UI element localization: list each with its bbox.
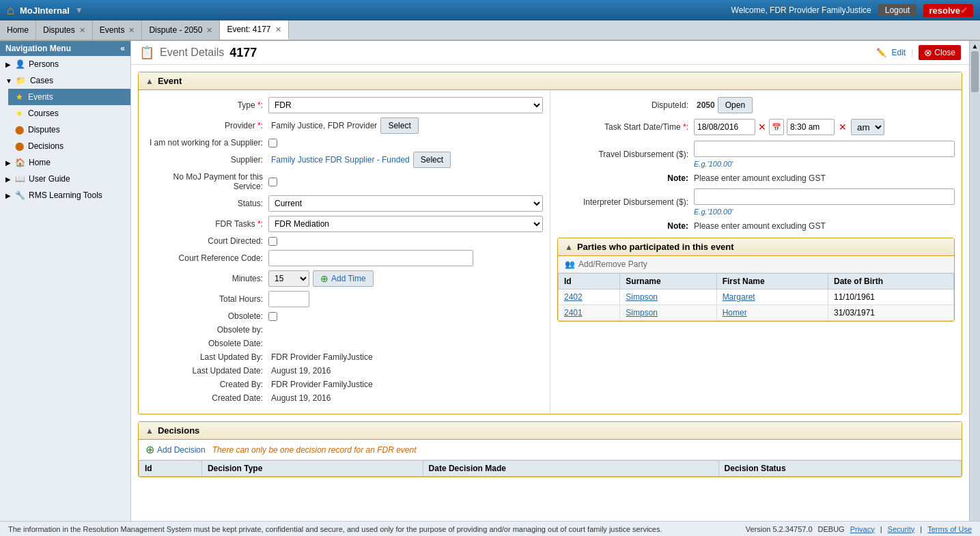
last-updated-by-value: FDR Provider FamilyJustice — [268, 352, 373, 362]
decisions-collapse-triangle[interactable]: ▲ — [145, 426, 154, 436]
task-start-time-input[interactable] — [787, 119, 835, 135]
provider-label: Provider *: — [145, 121, 268, 130]
sidebar-home-label: Home — [29, 158, 51, 167]
sidebar-item-decisions[interactable]: ⬤ Decisions — [8, 138, 130, 154]
close-button[interactable]: ⊗ Close — [919, 45, 961, 60]
status-select[interactable]: Current — [268, 195, 543, 212]
sidebar-item-disputes[interactable]: ⬤ Disputes — [8, 122, 130, 138]
open-button[interactable]: Open — [718, 97, 753, 113]
sidebar-item-cases[interactable]: ▼ 📁 Cases — [0, 72, 130, 89]
court-ref-input[interactable] — [268, 250, 473, 266]
sidebar-item-rms-tools[interactable]: ▶ 🔧 RMS Learning Tools — [0, 187, 130, 203]
add-decision-button[interactable]: ⊕ Add Decision — [145, 443, 206, 456]
dispute-id-control: 2050 Open — [694, 97, 955, 113]
provider-value: Family Justice, FDR Provider — [268, 121, 377, 130]
tab-events-close[interactable]: ✕ — [128, 27, 135, 34]
footer-security[interactable]: Security — [888, 525, 915, 533]
party-id: 2401 — [559, 305, 620, 321]
tab-dispute-close[interactable]: ✕ — [206, 27, 212, 34]
obsolete-by-label: Obsolete by: — [145, 325, 268, 335]
party-surname: Simpson — [620, 305, 716, 321]
fdr-tasks-select-wrapper: FDR Mediation — [268, 216, 543, 232]
home-triangle[interactable]: ▶ — [5, 159, 11, 167]
home-icon: 🏠 — [14, 157, 25, 168]
sidebar-item-home[interactable]: ▶ 🏠 Home — [0, 154, 130, 171]
table-row: 2402 Simpson Margaret 11/10/1961 — [559, 290, 954, 305]
sidebar-item-courses[interactable]: ★ Courses — [8, 105, 130, 122]
minutes-select[interactable]: 15 30 45 — [268, 270, 309, 287]
cases-triangle[interactable]: ▼ — [5, 77, 12, 85]
tab-disputes-label: Disputes — [43, 25, 75, 35]
footer-terms[interactable]: Terms of Use — [927, 525, 972, 533]
tools-triangle[interactable]: ▶ — [5, 192, 11, 199]
tab-disputes-close[interactable]: ✕ — [79, 27, 85, 34]
travel-hint: E.g.'100.00' — [694, 160, 733, 168]
interpreter-control: E.g.'100.00' — [694, 188, 955, 216]
event-icon: 📋 — [139, 45, 154, 60]
created-date-control: August 19, 2016 — [268, 393, 543, 403]
scroll-up-arrow[interactable]: ▲ — [970, 41, 980, 51]
task-start-date-input[interactable] — [694, 119, 755, 135]
footer-spacer — [131, 484, 969, 505]
tab-home[interactable]: Home — [0, 20, 36, 40]
task-start-date-calendar[interactable]: 📅 — [769, 119, 784, 135]
sidebar-item-persons[interactable]: ▶ 👤 Persons — [0, 56, 130, 72]
tab-event-4177[interactable]: Event: 4177 ✕ — [220, 20, 288, 40]
person-icon: 👤 — [14, 59, 25, 70]
content-area: 📋 Event Details 4177 ✏️ Edit | ⊗ Close ▲… — [131, 41, 969, 536]
no-moj-checkbox[interactable] — [268, 178, 277, 186]
type-label: Type *: — [145, 100, 268, 110]
page-title-prefix: Event Details — [160, 46, 224, 59]
parties-collapse-triangle[interactable]: ▲ — [565, 242, 573, 252]
created-by-control: FDR Provider FamilyJustice — [268, 380, 543, 389]
task-start-time-clear[interactable]: ✕ — [837, 122, 848, 132]
disputes-icon: ⬤ — [14, 124, 25, 135]
event-section: ▲ Event Type *: FDR — [138, 72, 962, 414]
header-right: Welcome, FDR Provider FamilyJustice Logo… — [731, 4, 973, 17]
tab-event-close[interactable]: ✕ — [275, 26, 281, 33]
tab-home-label: Home — [7, 25, 29, 35]
guide-triangle[interactable]: ▶ — [5, 175, 11, 183]
sidebar-item-events[interactable]: ★ Events — [8, 89, 130, 105]
type-select[interactable]: FDR — [268, 97, 543, 113]
task-start-label: Task Start Date/Time *: — [557, 122, 694, 132]
type-required: *: — [257, 100, 263, 110]
tab-events[interactable]: Events ✕ — [93, 20, 143, 40]
logout-button[interactable]: Logout — [878, 4, 917, 16]
app-title: MoJInternal — [20, 5, 70, 16]
not-working-checkbox[interactable] — [268, 139, 277, 147]
events-icon: ★ — [14, 91, 25, 102]
add-time-button[interactable]: ⊕ Add Time — [313, 270, 374, 287]
header-left: ⌂ MoJInternal ▼ — [7, 3, 83, 18]
interpreter-input[interactable] — [694, 188, 955, 205]
obsolete-by-row: Obsolete by: — [145, 325, 543, 335]
edit-button[interactable]: Edit — [892, 48, 906, 57]
tab-bar: Home Disputes ✕ Events ✕ Dispute - 2050 … — [0, 20, 980, 41]
fdr-tasks-select[interactable]: FDR Mediation — [268, 216, 543, 232]
event-collapse-triangle[interactable]: ▲ — [145, 76, 154, 86]
scroll-thumb[interactable] — [971, 51, 979, 92]
sidebar-collapse[interactable]: « — [120, 44, 125, 53]
persons-triangle[interactable]: ▶ — [5, 61, 11, 68]
obsolete-control — [268, 312, 543, 321]
tab-dispute-2050[interactable]: Dispute - 2050 ✕ — [142, 20, 220, 40]
footer-privacy[interactable]: Privacy — [850, 525, 875, 533]
dispute-id-value: 2050 — [694, 100, 715, 110]
type-row: Type *: FDR — [145, 97, 543, 113]
obsolete-checkbox[interactable] — [268, 312, 277, 321]
footer-info: The information in the Resolution Manage… — [8, 525, 662, 533]
top-header: ⌂ MoJInternal ▼ Welcome, FDR Provider Fa… — [0, 0, 980, 20]
travel-input[interactable] — [694, 141, 955, 157]
tab-disputes[interactable]: Disputes ✕ — [36, 20, 93, 40]
court-directed-checkbox[interactable] — [268, 237, 277, 246]
total-hours-row: Total Hours: — [145, 291, 543, 307]
sidebar-item-user-guide[interactable]: ▶ 📖 User Guide — [0, 171, 130, 187]
supplier-select-button[interactable]: Select — [413, 152, 451, 168]
footer-version: Version 5.2.34757.0 — [746, 525, 813, 533]
provider-select-button[interactable]: Select — [380, 117, 418, 134]
close-label: Close — [934, 48, 955, 57]
total-hours-input[interactable] — [268, 291, 309, 307]
task-start-time-select[interactable]: am pm — [851, 119, 884, 135]
add-party-bar[interactable]: 👥 Add/Remove Party — [558, 256, 954, 273]
task-start-date-clear[interactable]: ✕ — [757, 122, 768, 132]
